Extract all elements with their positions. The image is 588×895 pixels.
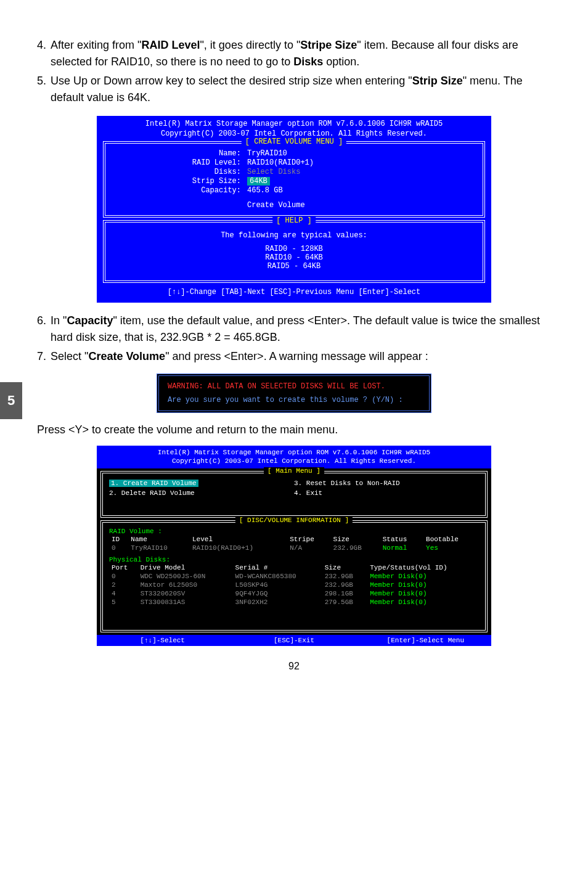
t: " and press <Enter>. A warning message w… — [165, 350, 428, 362]
menu-item-4: 4. Exit — [294, 489, 479, 497]
pd-hdr-size: Size — [322, 563, 367, 572]
help-line: RAID10 - 64KB — [112, 253, 476, 262]
t: Disks — [293, 55, 323, 68]
pd-cell: Member Disk(0) — [367, 598, 479, 607]
rv-hdr-level: Level — [190, 535, 287, 544]
pd-cell: Member Disk(0) — [367, 572, 479, 581]
pd-cell: 279.5GB — [322, 598, 367, 607]
bios1-row-value: 64KB — [247, 177, 476, 186]
t: Strip Size — [412, 75, 463, 87]
disc-info-box: [ DISC/VOLUME INFORMATION ] RAID Volume … — [100, 520, 488, 632]
bios1-row-value: RAID10(RAID0+1) — [247, 158, 476, 167]
warning-box: WARNING: ALL DATA ON SELECTED DISKS WILL… — [157, 374, 431, 413]
rv-status: Normal — [380, 544, 423, 552]
t: RAID Level — [141, 39, 200, 51]
raid-volume-table: ID Name Level Stripe Size Status Bootabl… — [109, 535, 479, 552]
bios1-row-label: Name: — [112, 149, 247, 158]
rv-size: 232.9GB — [331, 544, 380, 552]
main-menu-box: [ Main Menu ] 1. Create RAID Volume 3. R… — [100, 471, 488, 518]
pd-cell: ST3320620SV — [138, 589, 233, 598]
step-4-num: 4. — [37, 37, 51, 70]
physical-disks-label: Physical Disks: — [109, 556, 479, 563]
warning-line2: Are you sure you want to create this vol… — [168, 396, 420, 404]
bios2-footer: [↑↓]-Select [ESC]-Exit [Enter]-Select Me… — [97, 635, 491, 646]
side-tab: 5 — [0, 382, 22, 419]
physical-disks-table: Port Drive Model Serial # Size Type/Stat… — [109, 563, 479, 607]
t: Create Volume — [88, 350, 165, 362]
menu-item-1: 1. Create RAID Volume — [109, 480, 198, 487]
menu-item-3: 3. Reset Disks to Non-RAID — [294, 480, 479, 487]
pd-cell: WD-WCANKC865380 — [233, 572, 322, 581]
bios2-header1: Intel(R) Matrix Storage Manager option R… — [97, 448, 491, 457]
pd-cell: L50SKP4G — [233, 581, 322, 589]
page-number: 92 — [37, 661, 551, 672]
bios2-header2: Copyright(C) 2003-07 Intel Corporation. … — [97, 457, 491, 465]
rv-boot: Yes — [423, 544, 479, 552]
step-7: 7. Select "Create Volume" and press <Ent… — [37, 348, 551, 365]
bios1-row-value: TryRAID10 — [247, 149, 476, 158]
rv-hdr-status: Status — [380, 535, 423, 544]
bios1-row-label: Capacity: — [112, 186, 247, 195]
pd-hdr-type: Type/Status(Vol ID) — [367, 563, 479, 572]
bios1-row-label: RAID Level: — [112, 158, 247, 167]
bios-screenshot-1: Intel(R) Matrix Storage Manager option R… — [97, 116, 491, 303]
pd-cell: WDC WD2500JS-60N — [138, 572, 233, 581]
pd-cell: 5 — [109, 598, 138, 607]
disc-info-title: [ DISC/VOLUME INFORMATION ] — [235, 517, 353, 524]
rv-level: RAID10(RAID0+1) — [190, 544, 287, 552]
step-6: 6. In "Capacity" item, use the default v… — [37, 313, 551, 346]
press-y-text: Press <Y> to create the volume and retur… — [37, 422, 551, 438]
pd-cell: Member Disk(0) — [367, 581, 479, 589]
pd-row: 5ST3300831AS3NF02XH2279.5GBMember Disk(0… — [109, 598, 479, 607]
create-volume-title: [ CREATE VOLUME MENU ] — [242, 137, 346, 146]
pd-cell: 232.9GB — [322, 572, 367, 581]
t: " item, use the default value, and press… — [51, 314, 540, 343]
bios1-row-value: Select Disks — [247, 168, 476, 176]
bios1-row-value: 465.8 GB — [247, 186, 476, 195]
rv-hdr-stripe: Stripe — [287, 535, 330, 544]
bios1-bottom-keys: [↑↓]-Change [TAB]-Next [ESC]-Previous Me… — [99, 285, 489, 299]
help-title: [ HELP ] — [272, 216, 316, 225]
foot-select: [↑↓]-Select — [97, 637, 228, 644]
pd-cell: Member Disk(0) — [367, 589, 479, 598]
bios1-row-label: Disks: — [112, 168, 247, 176]
t: After exiting from " — [51, 39, 141, 51]
help-box: [ HELP ] The following are typical value… — [103, 220, 485, 283]
step-4: 4. After exiting from "RAID Level", it g… — [37, 37, 551, 70]
rv-name: TryRAID10 — [128, 544, 190, 552]
create-volume-action: Create Volume — [247, 201, 476, 210]
pd-cell: 9QF4YJGQ — [233, 589, 322, 598]
bios1-row-label: Strip Size: — [112, 177, 247, 186]
pd-row: 0WDC WD2500JS-60NWD-WCANKC865380232.9GBM… — [109, 572, 479, 581]
main-menu-title: [ Main Menu ] — [264, 467, 324, 475]
rv-hdr-size: Size — [331, 535, 380, 544]
pd-hdr-serial: Serial # — [233, 563, 322, 572]
rv-id: 0 — [109, 544, 128, 552]
bios-screenshot-2: Intel(R) Matrix Storage Manager option R… — [97, 446, 491, 646]
t: option. — [323, 55, 359, 68]
rv-hdr-id: ID — [109, 535, 128, 544]
foot-exit: [ESC]-Exit — [228, 637, 359, 644]
step-5-num: 5. — [37, 73, 51, 106]
warning-line1: WARNING: ALL DATA ON SELECTED DISKS WILL… — [168, 382, 420, 391]
t: In " — [51, 314, 67, 327]
raid-volume-label: RAID Volume : — [109, 528, 479, 535]
t: Capacity — [67, 314, 113, 327]
pd-hdr-model: Drive Model — [138, 563, 233, 572]
step-7-num: 7. — [37, 348, 51, 365]
t: ", it goes directly to " — [200, 39, 300, 51]
help-text: The following are typical values: — [112, 231, 476, 240]
create-volume-box: [ CREATE VOLUME MENU ] Name:TryRAID10RAI… — [103, 141, 485, 218]
pd-cell: 298.1GB — [322, 589, 367, 598]
help-line: RAID0 - 128KB — [112, 245, 476, 253]
t: Select " — [51, 350, 88, 362]
menu-item-2: 2. Delete RAID Volume — [109, 489, 294, 497]
step-6-num: 6. — [37, 313, 51, 346]
help-line: RAID5 - 64KB — [112, 262, 476, 271]
rv-stripe: N/A — [287, 544, 330, 552]
pd-cell: 3NF02XH2 — [233, 598, 322, 607]
pd-row: 2Maxtor 6L250S0L50SKP4G232.9GBMember Dis… — [109, 581, 479, 589]
t: Use Up or Down arrow key to select the d… — [51, 75, 412, 87]
pd-cell: ST3300831AS — [138, 598, 233, 607]
step-5: 5. Use Up or Down arrow key to select th… — [37, 73, 551, 106]
